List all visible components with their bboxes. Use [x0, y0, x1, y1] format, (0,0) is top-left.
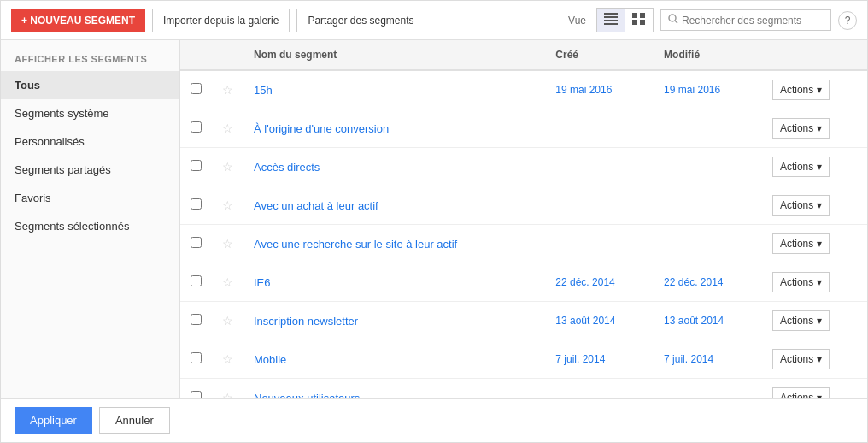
row-checkbox[interactable] — [191, 391, 202, 398]
row-checkbox-cell — [180, 340, 212, 379]
row-name-cell: IE6 — [243, 263, 545, 302]
actions-label: Actions — [780, 315, 813, 327]
segment-link[interactable]: Accès directs — [254, 161, 320, 174]
star-icon[interactable]: ☆ — [222, 83, 233, 97]
table-row: ☆ 15h 19 mai 2016 19 mai 2016 Actions ▾ — [180, 70, 867, 109]
col-name: Nom du segment — [243, 40, 545, 70]
segment-link[interactable]: Inscription newsletter — [254, 315, 358, 328]
row-star-cell: ☆ — [212, 225, 243, 263]
row-actions-cell: Actions ▾ — [762, 186, 867, 225]
sidebar: AFFICHER LES SEGMENTS Tous Segments syst… — [1, 40, 180, 398]
star-icon[interactable]: ☆ — [222, 121, 233, 135]
sidebar-item-partages[interactable]: Segments partagés — [1, 156, 179, 184]
grid-view-button[interactable] — [625, 9, 653, 32]
row-checkbox[interactable] — [191, 237, 202, 248]
new-segment-button[interactable]: + NOUVEAU SEGMENT — [11, 9, 145, 32]
col-checkbox — [180, 40, 212, 70]
chevron-down-icon: ▾ — [817, 84, 822, 96]
table-row: ☆ Mobile 7 juil. 2014 7 juil. 2014 Actio… — [180, 340, 867, 379]
actions-button[interactable]: Actions ▾ — [772, 310, 830, 331]
row-checkbox[interactable] — [191, 83, 202, 94]
row-actions-cell: Actions ▾ — [762, 302, 867, 340]
actions-button[interactable]: Actions ▾ — [772, 387, 830, 398]
search-input[interactable] — [682, 15, 824, 27]
main-content: AFFICHER LES SEGMENTS Tous Segments syst… — [1, 40, 867, 398]
table-row: ☆ Accès directs Actions ▾ — [180, 148, 867, 186]
sidebar-item-favoris[interactable]: Favoris — [1, 184, 179, 212]
row-checkbox-cell — [180, 263, 212, 302]
row-modified-cell: 13 août 2014 — [654, 302, 762, 340]
actions-label: Actions — [780, 84, 813, 96]
table-row: ☆ Inscription newsletter 13 août 2014 13… — [180, 302, 867, 340]
star-icon[interactable]: ☆ — [222, 160, 233, 174]
star-icon[interactable]: ☆ — [222, 391, 233, 398]
row-checkbox[interactable] — [191, 198, 202, 210]
sidebar-item-systeme[interactable]: Segments système — [1, 99, 179, 127]
table-header-row: Nom du segment Créé Modifié — [180, 40, 867, 70]
actions-button[interactable]: Actions ▾ — [772, 157, 830, 177]
star-icon[interactable]: ☆ — [222, 198, 233, 212]
svg-rect-6 — [632, 20, 637, 25]
row-checkbox-cell — [180, 70, 212, 109]
sidebar-item-tous[interactable]: Tous — [1, 71, 179, 99]
segment-link[interactable]: Avec une recherche sur le site à leur ac… — [254, 238, 457, 251]
chevron-down-icon: ▾ — [817, 238, 822, 250]
row-checkbox[interactable] — [191, 275, 202, 286]
chevron-down-icon: ▾ — [817, 276, 822, 288]
actions-button[interactable]: Actions ▾ — [772, 195, 830, 216]
share-button[interactable]: Partager des segments — [296, 9, 425, 32]
row-checkbox[interactable] — [191, 314, 202, 325]
actions-button[interactable]: Actions ▾ — [772, 233, 830, 254]
actions-button[interactable]: Actions ▾ — [772, 118, 830, 139]
segment-link[interactable]: Nouveaux utilisateurs — [254, 392, 360, 399]
row-modified-cell: 22 déc. 2014 — [654, 263, 762, 302]
row-modified-cell: 7 juil. 2014 — [654, 340, 762, 379]
row-checkbox[interactable] — [191, 352, 202, 363]
row-modified-cell — [654, 225, 762, 263]
sidebar-item-personnalises[interactable]: Personnalisés — [1, 127, 179, 156]
sidebar-section-title: AFFICHER LES SEGMENTS — [1, 54, 179, 71]
row-star-cell: ☆ — [212, 186, 243, 225]
row-actions-cell: Actions ▾ — [762, 225, 867, 263]
row-checkbox-cell — [180, 109, 212, 148]
segment-link[interactable]: Avec un achat à leur actif — [254, 199, 378, 212]
star-icon[interactable]: ☆ — [222, 237, 233, 251]
row-checkbox-cell — [180, 225, 212, 263]
svg-rect-2 — [604, 20, 618, 21]
apply-button[interactable]: Appliquer — [15, 407, 92, 434]
vue-label: Vue — [568, 15, 586, 27]
row-modified-cell — [654, 148, 762, 186]
col-star — [212, 40, 243, 70]
row-created-cell: 7 juil. 2014 — [545, 340, 654, 379]
table-row: ☆ IE6 22 déc. 2014 22 déc. 2014 Actions … — [180, 263, 867, 302]
row-checkbox[interactable] — [191, 121, 202, 133]
list-view-button[interactable] — [597, 9, 625, 32]
row-star-cell: ☆ — [212, 70, 243, 109]
actions-button[interactable]: Actions ▾ — [772, 80, 830, 100]
segment-link[interactable]: 15h — [254, 84, 273, 97]
star-icon[interactable]: ☆ — [222, 352, 233, 366]
chevron-down-icon: ▾ — [817, 199, 822, 211]
svg-rect-5 — [640, 13, 645, 18]
row-created-cell — [545, 379, 654, 399]
actions-button[interactable]: Actions ▾ — [772, 272, 830, 292]
row-checkbox[interactable] — [191, 160, 202, 171]
star-icon[interactable]: ☆ — [222, 314, 233, 328]
segment-link[interactable]: À l'origine d'une conversion — [254, 122, 389, 135]
cancel-button[interactable]: Annuler — [99, 407, 170, 434]
import-button[interactable]: Importer depuis la galerie — [152, 9, 290, 32]
svg-point-8 — [669, 15, 676, 21]
actions-button[interactable]: Actions ▾ — [772, 349, 830, 369]
row-name-cell: À l'origine d'une conversion — [243, 109, 545, 148]
sidebar-item-selectionnes[interactable]: Segments sélectionnés — [1, 212, 179, 240]
row-modified-cell — [654, 109, 762, 148]
segment-link[interactable]: IE6 — [254, 276, 271, 289]
segment-link[interactable]: Mobile — [254, 353, 286, 366]
actions-label: Actions — [780, 199, 813, 211]
footer: Appliquer Annuler — [1, 398, 867, 442]
help-button[interactable]: ? — [838, 11, 857, 30]
actions-label: Actions — [780, 392, 813, 398]
table-row: ☆ Avec une recherche sur le site à leur … — [180, 225, 867, 263]
row-star-cell: ☆ — [212, 109, 243, 148]
star-icon[interactable]: ☆ — [222, 275, 233, 289]
